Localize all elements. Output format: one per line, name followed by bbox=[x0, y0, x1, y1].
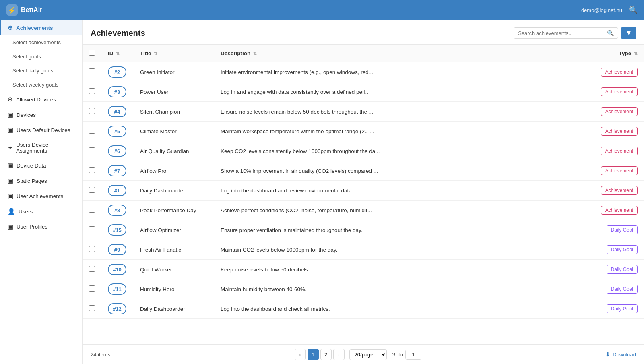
desc-sort-icon[interactable]: ⇅ bbox=[253, 51, 257, 56]
table-row: #3 Power User Log in and engage with dat… bbox=[83, 82, 644, 102]
per-page-select[interactable]: 20/page 50/page 100/page bbox=[349, 349, 387, 360]
prev-page-button[interactable]: ‹ bbox=[295, 349, 306, 360]
table-footer: 24 items ‹ 1 2 › 20/page 50/page 100/pag… bbox=[83, 344, 644, 364]
id-badge: #9 bbox=[108, 244, 126, 255]
goto-input[interactable] bbox=[405, 350, 421, 360]
table-row: #11 Humidity Hero Maintain humidity betw… bbox=[83, 279, 644, 299]
sidebar-label-users-default-devices: Users Default Devices bbox=[17, 127, 70, 133]
devices-icon: ▣ bbox=[8, 111, 13, 118]
row-checkbox-cell bbox=[83, 161, 101, 181]
goto-box: Goto bbox=[392, 350, 421, 360]
row-description-cell: Maintain workspace temperature within th… bbox=[214, 122, 592, 141]
row-title: Daily Dashboarder bbox=[140, 306, 185, 312]
type-badge: Achievement bbox=[601, 186, 638, 195]
row-description-cell: Ensure noise levels remain below 50 deci… bbox=[214, 102, 592, 122]
row-description: Maintain workspace temperature within th… bbox=[221, 128, 374, 134]
row-id-cell: #12 bbox=[101, 299, 134, 319]
sidebar-item-static-pages[interactable]: ▣ Static Pages bbox=[0, 173, 82, 188]
row-checkbox[interactable] bbox=[89, 108, 95, 114]
row-title-cell: Daily Dashboarder bbox=[134, 299, 214, 319]
row-title: Airflow Optimizer bbox=[140, 227, 181, 233]
sidebar-item-select-weekly-goals[interactable]: Select weekly goals bbox=[0, 78, 82, 92]
achievements-icon: ⊕ bbox=[8, 24, 13, 31]
static-pages-icon: ▣ bbox=[8, 177, 13, 184]
page-title: Achievements bbox=[91, 29, 145, 38]
row-checkbox-cell bbox=[83, 122, 101, 141]
row-description: Ensure noise levels remain below 50 deci… bbox=[221, 109, 373, 115]
row-description: Keep noise levels below 50 decibels. bbox=[221, 267, 310, 273]
row-checkbox[interactable] bbox=[89, 285, 95, 292]
sidebar-item-users-device-assignments[interactable]: ✦ Users Device Assignments bbox=[0, 138, 82, 158]
sidebar-item-select-daily-goals[interactable]: Select daily goals bbox=[0, 64, 82, 78]
sidebar-item-select-goals[interactable]: Select goals bbox=[0, 50, 82, 64]
row-checkbox[interactable] bbox=[89, 68, 95, 74]
sidebar-item-users-default-devices[interactable]: ▣ Users Default Devices bbox=[0, 122, 82, 138]
row-checkbox[interactable] bbox=[89, 207, 95, 213]
page-1-button[interactable]: 1 bbox=[308, 349, 319, 360]
sidebar-item-user-achievements[interactable]: ▣ User Achievements bbox=[0, 188, 82, 204]
sidebar-item-allowed-devices[interactable]: ⊕ Allowed Devices bbox=[0, 92, 82, 107]
sidebar-label-device-data: Device Data bbox=[17, 163, 46, 169]
row-checkbox[interactable] bbox=[89, 226, 95, 232]
row-checkbox[interactable] bbox=[89, 88, 95, 94]
main-content: Achievements 🔍 ▼ ID ⇅ bbox=[83, 20, 644, 364]
row-checkbox[interactable] bbox=[89, 187, 95, 193]
row-type-cell: Daily Goal bbox=[592, 240, 644, 260]
sidebar-item-user-profiles[interactable]: ▣ User Profiles bbox=[0, 219, 82, 234]
id-badge: #1 bbox=[108, 185, 126, 196]
sidebar-item-device-data[interactable]: ▣ Device Data bbox=[0, 158, 82, 173]
row-id-cell: #5 bbox=[101, 122, 134, 141]
type-badge: Achievement bbox=[601, 206, 638, 215]
row-type-cell: Achievement bbox=[592, 141, 644, 161]
type-sort-icon[interactable]: ⇅ bbox=[634, 51, 638, 56]
row-checkbox[interactable] bbox=[89, 305, 95, 311]
row-title-cell: Daily Dashboarder bbox=[134, 181, 214, 201]
row-description: Log into the dashboard and review enviro… bbox=[221, 188, 353, 194]
sidebar-label-users: Users bbox=[19, 209, 33, 215]
row-checkbox[interactable] bbox=[89, 266, 95, 272]
download-button[interactable]: ⬇ Download bbox=[605, 351, 636, 358]
row-title-cell: Green Initiator bbox=[134, 62, 214, 82]
sidebar-item-devices[interactable]: ▣ Devices bbox=[0, 107, 82, 122]
filter-button[interactable]: ▼ bbox=[621, 27, 636, 39]
header-actions: 🔍 ▼ bbox=[514, 27, 636, 39]
row-title-cell: Airflow Optimizer bbox=[134, 220, 214, 240]
sidebar-item-users[interactable]: 👤 Users bbox=[0, 204, 82, 219]
topnav-search-icon[interactable]: 🔍 bbox=[629, 6, 638, 14]
row-title: Humidity Hero bbox=[140, 286, 175, 292]
id-badge: #3 bbox=[108, 86, 126, 97]
row-title-cell: Air Quality Guardian bbox=[134, 141, 214, 161]
sidebar-item-achievements[interactable]: ⊕ Achievements bbox=[0, 20, 82, 35]
search-input[interactable] bbox=[518, 30, 605, 36]
row-checkbox[interactable] bbox=[89, 167, 95, 173]
id-badge: #11 bbox=[108, 283, 126, 295]
row-description-cell: Log into the dashboard and check all met… bbox=[214, 299, 592, 319]
id-badge: #7 bbox=[108, 165, 126, 176]
next-page-button[interactable]: › bbox=[333, 349, 345, 360]
search-icon: 🔍 bbox=[607, 30, 614, 36]
row-description-cell: Log into the dashboard and review enviro… bbox=[214, 181, 592, 201]
row-title: Air Quality Guardian bbox=[140, 148, 189, 154]
select-all-checkbox[interactable] bbox=[89, 50, 95, 56]
row-checkbox[interactable] bbox=[89, 147, 95, 153]
row-id-cell: #4 bbox=[101, 102, 134, 122]
header-type: Type ⇅ bbox=[592, 45, 644, 62]
row-checkbox-cell bbox=[83, 260, 101, 279]
row-description-cell: Show a 10% improvement in air quality (C… bbox=[214, 161, 592, 181]
row-id-cell: #8 bbox=[101, 201, 134, 220]
sidebar-label-achievements: Achievements bbox=[16, 25, 53, 31]
row-checkbox[interactable] bbox=[89, 246, 95, 252]
sidebar-label-user-achievements: User Achievements bbox=[17, 193, 63, 199]
row-description-cell: Achieve perfect conditions (CO2, noise, … bbox=[214, 201, 592, 220]
app-logo: ⚡ BettAir bbox=[6, 4, 42, 16]
row-description-cell: Maintain CO2 levels below 1000ppm for th… bbox=[214, 240, 592, 260]
table-row: #5 Climate Master Maintain workspace tem… bbox=[83, 122, 644, 141]
sidebar-label-select-daily-goals: Select daily goals bbox=[12, 68, 53, 74]
page-2-button[interactable]: 2 bbox=[320, 349, 332, 360]
type-badge: Achievement bbox=[601, 127, 638, 136]
sidebar-item-select-achievements[interactable]: Select achievements bbox=[0, 35, 82, 50]
row-title: Power User bbox=[140, 89, 169, 95]
id-sort-icon[interactable]: ⇅ bbox=[116, 51, 120, 56]
row-checkbox[interactable] bbox=[89, 128, 95, 134]
title-sort-icon[interactable]: ⇅ bbox=[154, 51, 157, 56]
